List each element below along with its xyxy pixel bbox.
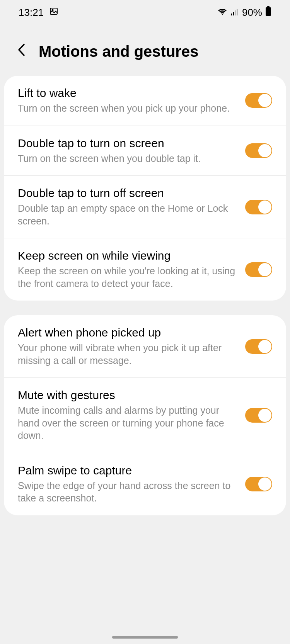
toggle-mute-gestures[interactable] [245,408,272,423]
status-bar-right: 90% [217,6,271,19]
battery-icon [265,6,271,19]
setting-title: Lift to wake [18,87,237,100]
setting-row-mute-gestures[interactable]: Mute with gesturesMute incoming calls an… [4,378,286,453]
setting-text: Keep screen on while viewingKeep the scr… [18,249,245,290]
status-time: 13:21 [19,7,44,19]
setting-desc: Turn on the screen when you double tap i… [18,152,237,165]
svg-rect-5 [237,9,238,15]
toggle-double-tap-off[interactable] [245,200,272,214]
toggle-knob [258,477,271,491]
toggle-knob [258,201,271,214]
setting-title: Double tap to turn on screen [18,137,237,150]
setting-row-alert-picked-up[interactable]: Alert when phone picked upYour phone wil… [4,315,286,378]
setting-row-double-tap-off[interactable]: Double tap to turn off screenDouble tap … [4,176,286,238]
toggle-lift-to-wake[interactable] [245,93,272,108]
toggle-knob [258,263,271,276]
svg-rect-4 [235,10,236,15]
svg-rect-7 [266,7,271,16]
svg-point-1 [52,10,53,11]
setting-title: Palm swipe to capture [18,464,237,477]
setting-desc: Turn on the screen when you pick up your… [18,102,237,115]
setting-desc: Your phone will vibrate when you pick it… [18,342,237,367]
settings-card: Lift to wakeTurn on the screen when you … [4,76,286,301]
setting-text: Lift to wakeTurn on the screen when you … [18,87,245,115]
nav-handle[interactable] [112,636,178,639]
setting-row-palm-swipe[interactable]: Palm swipe to captureSwipe the edge of y… [4,453,286,515]
wifi-icon [217,7,227,19]
status-bar-left: 13:21 [19,7,58,19]
setting-desc: Mute incoming calls and alarms by puttin… [18,404,237,442]
setting-desc: Double tap an empty space on the Home or… [18,202,237,227]
page-title: Motions and gestures [39,43,198,60]
setting-desc: Swipe the edge of your hand across the s… [18,479,237,505]
toggle-knob [258,94,271,107]
signal-icon [230,7,239,19]
setting-text: Palm swipe to captureSwipe the edge of y… [18,464,245,505]
setting-row-lift-to-wake[interactable]: Lift to wakeTurn on the screen when you … [4,76,286,126]
setting-desc: Keep the screen on while you're looking … [18,265,237,290]
back-icon[interactable] [15,43,27,60]
toggle-alert-picked-up[interactable] [245,339,272,354]
setting-text: Mute with gesturesMute incoming calls an… [18,389,245,442]
setting-text: Double tap to turn off screenDouble tap … [18,187,245,227]
status-bar: 13:21 90% [0,0,290,24]
setting-title: Alert when phone picked up [18,326,237,339]
toggle-knob [258,409,271,422]
battery-percent: 90% [242,7,262,19]
setting-text: Alert when phone picked upYour phone wil… [18,326,245,367]
svg-rect-3 [233,12,234,15]
svg-rect-2 [231,14,232,15]
setting-title: Double tap to turn off screen [18,187,237,200]
setting-row-keep-screen-on[interactable]: Keep screen on while viewingKeep the scr… [4,238,286,301]
setting-text: Double tap to turn on screenTurn on the … [18,137,245,165]
toggle-palm-swipe[interactable] [245,477,272,491]
header: Motions and gestures [0,24,290,76]
setting-title: Keep screen on while viewing [18,249,237,262]
toggle-knob [258,144,271,157]
settings-card: Alert when phone picked upYour phone wil… [4,315,286,515]
svg-rect-6 [267,6,270,7]
toggle-double-tap-on[interactable] [245,143,272,158]
picture-icon [49,7,58,19]
toggle-keep-screen-on[interactable] [245,262,272,277]
setting-row-double-tap-on[interactable]: Double tap to turn on screenTurn on the … [4,126,286,176]
setting-title: Mute with gestures [18,389,237,402]
toggle-knob [258,340,271,353]
